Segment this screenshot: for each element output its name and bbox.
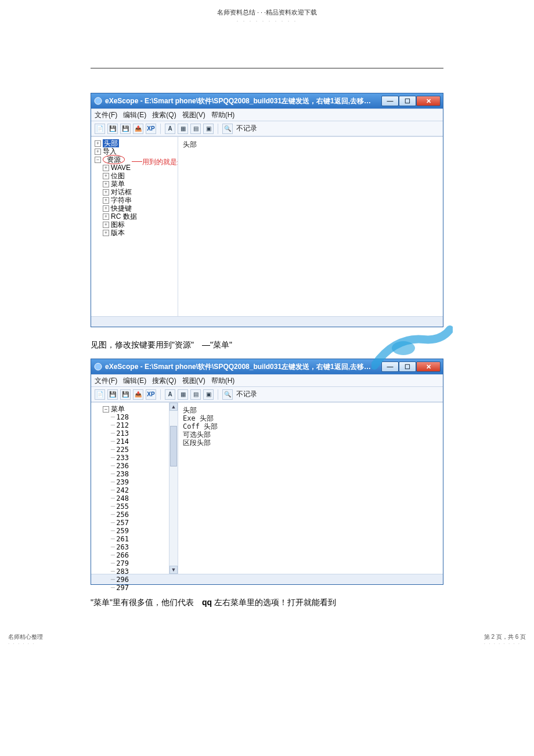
- expand-icon[interactable]: +: [103, 189, 109, 196]
- menu-file[interactable]: 文件(F): [95, 376, 117, 386]
- tree-node-menu-item[interactable]: ┈297: [95, 584, 167, 592]
- footer-left: 名师精心整理: [8, 634, 43, 640]
- tree-node-accel[interactable]: +快捷键: [95, 204, 175, 212]
- tree-node-menu-item[interactable]: ┈236: [95, 462, 167, 470]
- tree-label: 213: [116, 429, 129, 437]
- tool-log-icon[interactable]: 🔍: [222, 124, 233, 134]
- tool-xp-icon[interactable]: XP: [146, 124, 156, 134]
- titlebar[interactable]: eXeScope - E:\Smart phone\软件\SPQQ2008_bu…: [91, 93, 443, 108]
- tree-node-string[interactable]: +字符串: [95, 196, 175, 204]
- scroll-thumb[interactable]: [170, 426, 177, 466]
- tool-font-icon[interactable]: A: [165, 124, 175, 134]
- tool-save-icon[interactable]: 💾: [107, 124, 118, 134]
- tool-font-icon[interactable]: A: [165, 389, 175, 400]
- tool-xp-icon[interactable]: XP: [146, 389, 156, 400]
- scroll-down-icon[interactable]: ▼: [169, 566, 178, 574]
- tree-node-menu-item[interactable]: ┈283: [95, 567, 167, 576]
- menu-view[interactable]: 视图(V): [182, 376, 205, 386]
- tree-label: 259: [116, 527, 129, 535]
- tree-node-menu-item[interactable]: ┈238: [95, 470, 167, 478]
- tree-node-bitmap[interactable]: +位图: [95, 172, 175, 180]
- scroll-up-icon[interactable]: ▲: [169, 403, 178, 411]
- tree-node-version[interactable]: +版本: [95, 229, 175, 237]
- expand-icon[interactable]: +: [103, 181, 109, 187]
- menu-help[interactable]: 帮助(H): [211, 376, 235, 386]
- menu-edit[interactable]: 编辑(E): [123, 376, 146, 386]
- tree-node-rcdata[interactable]: +RC 数据: [95, 212, 175, 220]
- expand-icon[interactable]: +: [103, 222, 109, 228]
- tree-node-icon[interactable]: +图标: [95, 220, 175, 229]
- expand-icon[interactable]: +: [103, 197, 109, 204]
- tree-node-menu-item[interactable]: ┈256: [95, 511, 167, 519]
- tool-saveall-icon[interactable]: 💾: [120, 389, 131, 400]
- expand-icon[interactable]: +: [95, 149, 101, 155]
- tree-label: 快捷键: [111, 204, 132, 212]
- tool-log-icon[interactable]: 🔍: [222, 389, 233, 400]
- maximize-button[interactable]: ☐: [399, 96, 416, 106]
- tree-label: 位图: [111, 172, 125, 180]
- tree-node-menu-item[interactable]: ┈255: [95, 502, 167, 511]
- tree-node-menu-item[interactable]: ┈263: [95, 543, 167, 551]
- tree-view[interactable]: −菜单 ┈128┈212┈213┈214┈225┈233┈236┈238┈239…: [91, 403, 169, 574]
- tool-open-icon[interactable]: 📄: [95, 389, 105, 400]
- tree-node-menu-item[interactable]: ┈257: [95, 519, 167, 527]
- maximize-button[interactable]: ☐: [399, 361, 416, 372]
- tool-size-icon[interactable]: ▦: [178, 389, 188, 400]
- tree-node-menu-item[interactable]: ┈213: [95, 429, 167, 437]
- tree-node-header[interactable]: +头部: [95, 139, 175, 147]
- tool-grid-icon[interactable]: ▤: [190, 389, 201, 400]
- menu-search[interactable]: 搜索(Q): [152, 376, 176, 386]
- tree-view[interactable]: +头部 +导入 −资源 用到的就是这个选项 +WAVE +位图 +菜单 +对话框…: [91, 137, 178, 316]
- menu-view[interactable]: 视图(V): [182, 110, 205, 120]
- tool-save-icon[interactable]: 💾: [107, 389, 118, 400]
- tree-node-menu-item[interactable]: ┈233: [95, 454, 167, 462]
- tree-node-menu-item[interactable]: ┈266: [95, 551, 167, 559]
- expand-icon[interactable]: +: [95, 140, 101, 147]
- menu-edit[interactable]: 编辑(E): [123, 110, 146, 120]
- rule-top: [91, 68, 443, 68]
- tree-node-menu-root[interactable]: −菜单: [95, 405, 167, 413]
- expand-icon[interactable]: +: [103, 165, 109, 171]
- tool-open-icon[interactable]: 📄: [95, 124, 105, 134]
- tree-node-menu-item[interactable]: ┈279: [95, 559, 167, 567]
- expand-icon[interactable]: +: [103, 230, 109, 236]
- tree-node-menu-item[interactable]: ┈242: [95, 486, 167, 494]
- tree-node-menu-item[interactable]: ┈212: [95, 421, 167, 429]
- tree-label: 236: [116, 462, 129, 470]
- menu-file[interactable]: 文件(F): [95, 110, 117, 120]
- scrollbar[interactable]: ▲ ▼: [169, 403, 178, 574]
- tool-dialog-icon[interactable]: ▣: [203, 124, 214, 134]
- collapse-icon[interactable]: −: [103, 406, 109, 413]
- tree-node-menu-item[interactable]: ┈261: [95, 535, 167, 543]
- tree-node-menu-item[interactable]: ┈248: [95, 494, 167, 502]
- tree-node-menu-item[interactable]: ┈239: [95, 478, 167, 486]
- menu-search[interactable]: 搜索(Q): [152, 110, 176, 120]
- tool-grid-icon[interactable]: ▤: [190, 124, 201, 134]
- tree-node-menu-item[interactable]: ┈225: [95, 446, 167, 454]
- tool-export-icon[interactable]: 📤: [133, 124, 143, 134]
- tree-node-menu-item[interactable]: ┈214: [95, 437, 167, 446]
- minimize-button[interactable]: —: [381, 361, 399, 372]
- collapse-icon[interactable]: −: [95, 157, 101, 163]
- menu-help[interactable]: 帮助(H): [211, 110, 235, 120]
- minimize-button[interactable]: —: [381, 96, 399, 106]
- tool-export-icon[interactable]: 📤: [133, 389, 143, 400]
- expand-icon[interactable]: +: [103, 173, 109, 179]
- expand-icon[interactable]: +: [103, 214, 109, 220]
- tool-size-icon[interactable]: ▦: [178, 124, 188, 134]
- expand-icon[interactable]: +: [103, 205, 109, 212]
- tree-node-menu-item[interactable]: ┈259: [95, 527, 167, 535]
- close-button[interactable]: ✕: [416, 96, 441, 106]
- tree-node-menu[interactable]: +菜单: [95, 180, 175, 188]
- tree-node-menu-item[interactable]: ┈128: [95, 413, 167, 421]
- tool-dialog-icon[interactable]: ▣: [203, 389, 214, 400]
- close-button[interactable]: ✕: [416, 361, 441, 372]
- toolbar: 📄 💾 💾 📤 XP A ▦ ▤ ▣ 🔍 不记录: [91, 121, 443, 136]
- tree-node-menu-item[interactable]: ┈296: [95, 576, 167, 584]
- tree-node-dialog[interactable]: +对话框: [95, 188, 175, 196]
- caption-2-post: 左右菜单里的选项！打开就能看到: [212, 598, 336, 607]
- titlebar[interactable]: eXeScope - E:\Smart phone\软件\SPQQ2008_bu…: [91, 359, 443, 374]
- caption-1-text: 见图，修改按键要用到"资源" —"菜单": [91, 340, 232, 349]
- tool-saveall-icon[interactable]: 💾: [120, 124, 131, 134]
- tree-node-import[interactable]: +导入: [95, 147, 175, 155]
